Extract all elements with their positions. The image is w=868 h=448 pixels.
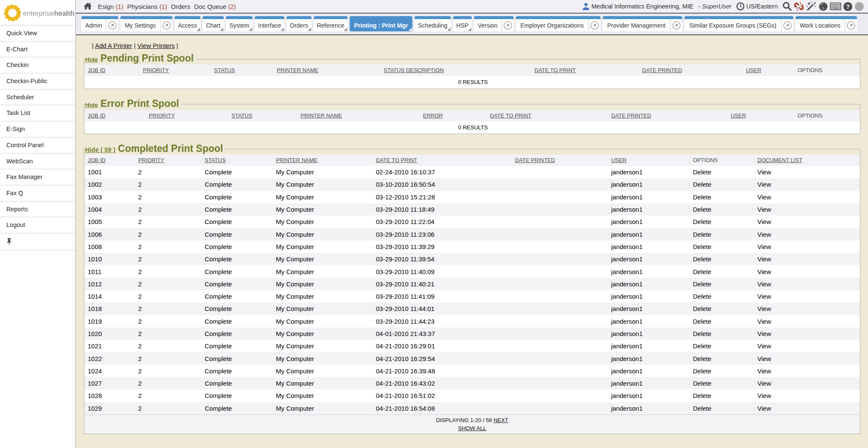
svg-text:?: ?	[846, 3, 850, 10]
